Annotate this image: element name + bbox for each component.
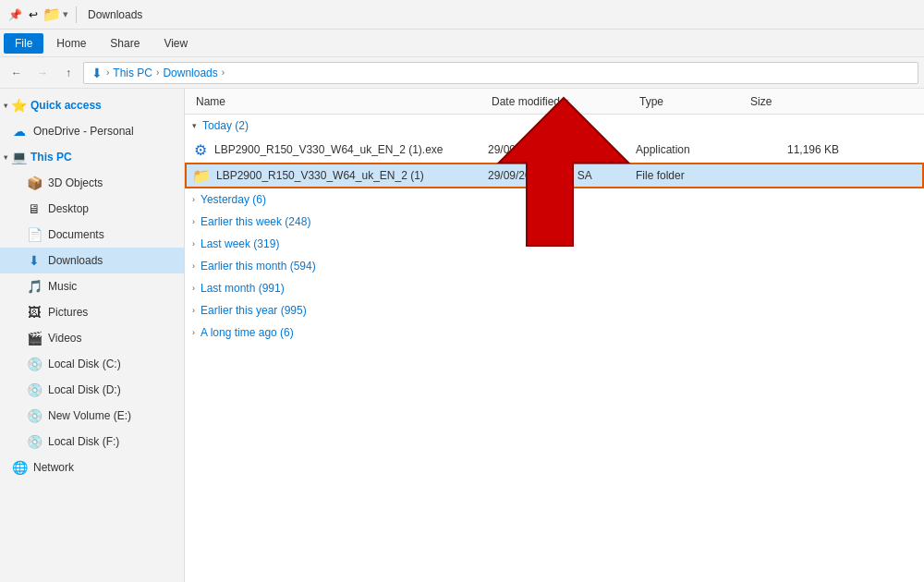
sidebar-item-this-pc[interactable]: ▾ 💻 This PC	[0, 144, 184, 170]
folder-icon[interactable]: 📁	[44, 7, 59, 22]
sidebar-item-local-disk-f[interactable]: 💿 Local Disk (F:)	[0, 429, 184, 455]
file-name-exe: ⚙ LBP2900_R150_V330_W64_uk_EN_2 (1).exe	[192, 141, 488, 159]
group-earlier-this-year[interactable]: › Earlier this year (995)	[185, 299, 924, 321]
column-header-type[interactable]: Type	[636, 95, 747, 108]
sidebar-item-pictures[interactable]: 🖼 Pictures	[0, 299, 184, 325]
exe-file-name-text: LBP2900_R150_V330_W64_uk_EN_2 (1).exe	[214, 143, 444, 156]
nav-forward-button[interactable]: →	[31, 62, 54, 84]
sidebar-item-local-disk-c[interactable]: 💿 Local Disk (C:)	[0, 351, 184, 377]
address-path[interactable]: ⬇ › This PC › Downloads ›	[83, 62, 918, 84]
sidebar-item-desktop[interactable]: 🖥 Desktop	[0, 196, 184, 222]
long-time-ago-chevron: ›	[192, 328, 195, 337]
yesterday-chevron: ›	[192, 195, 195, 204]
group-earlier-this-month[interactable]: › Earlier this month (594)	[185, 255, 924, 277]
local-disk-c-icon: 💿	[26, 357, 43, 371]
sidebar-item-onedrive[interactable]: ☁ OneDrive - Personal	[0, 118, 184, 144]
file-row-folder[interactable]: 📁 LBP2900_R150_V330_W64_uk_EN_2 (1) 29/0…	[185, 163, 924, 188]
path-sep-2: ›	[156, 67, 159, 78]
title-bar: 📌 ↩ 📁 ▾ Downloads	[0, 0, 924, 30]
desktop-icon: 🖥	[26, 201, 43, 216]
sidebar: ▾ ⭐ Quick access ☁ OneDrive - Personal ▾…	[0, 89, 185, 582]
title-bar-separator	[76, 6, 77, 23]
sidebar-item-videos[interactable]: 🎬 Videos	[0, 325, 184, 351]
sidebar-label-quick-access: Quick access	[30, 99, 102, 112]
group-last-week-label: Last week (319)	[201, 237, 279, 250]
onedrive-icon: ☁	[11, 124, 28, 139]
file-name-folder: 📁 LBP2900_R150_V330_W64_uk_EN_2 (1)	[192, 167, 488, 185]
network-icon: 🌐	[11, 460, 28, 475]
nav-up-button[interactable]: ↑	[57, 62, 79, 84]
group-yesterday[interactable]: › Yesterday (6)	[185, 188, 924, 211]
undo-icon[interactable]: ↩	[26, 7, 41, 22]
sidebar-item-new-volume-e[interactable]: 💿 New Volume (E:)	[0, 403, 184, 429]
sidebar-item-local-disk-d[interactable]: 💿 Local Disk (D:)	[0, 377, 184, 403]
group-last-month[interactable]: › Last month (991)	[185, 277, 924, 299]
menu-home[interactable]: Home	[45, 33, 97, 54]
sidebar-item-network[interactable]: 🌐 Network	[0, 455, 184, 480]
this-pc-chevron: ▾	[4, 153, 7, 162]
path-downloads[interactable]: Downloads	[163, 67, 217, 79]
group-today-label: Today (2)	[202, 119, 249, 132]
file-type-exe: Application	[636, 143, 747, 156]
sidebar-label-downloads: Downloads	[48, 254, 176, 267]
group-earlier-this-week-label: Earlier this week (248)	[201, 215, 310, 228]
sidebar-label-this-pc: This PC	[30, 151, 72, 164]
earlier-this-week-chevron: ›	[192, 217, 195, 226]
last-week-chevron: ›	[192, 239, 195, 249]
path-sep-3: ›	[222, 67, 225, 78]
group-today[interactable]: ▾ Today (2)	[185, 115, 924, 137]
earlier-this-year-chevron: ›	[192, 306, 195, 315]
sidebar-label-3d-objects: 3D Objects	[48, 176, 176, 189]
sidebar-item-music[interactable]: 🎵 Music	[0, 273, 184, 299]
group-long-time-ago[interactable]: › A long time ago (6)	[185, 321, 924, 344]
group-last-month-label: Last month (991)	[201, 282, 285, 295]
column-header-name[interactable]: Name	[192, 95, 488, 108]
sidebar-label-documents: Documents	[48, 228, 176, 241]
column-header-size[interactable]: Size	[747, 95, 839, 108]
sidebar-item-quick-access[interactable]: ▾ ⭐ Quick access	[0, 92, 184, 118]
address-bar: ← → ↑ ⬇ › This PC › Downloads ›	[0, 57, 924, 89]
title-bar-quick-access-icons[interactable]: 📌 ↩ 📁 ▾	[7, 7, 68, 22]
group-earlier-this-year-label: Earlier this year (995)	[201, 304, 307, 317]
path-download-icon: ⬇	[91, 66, 103, 80]
sidebar-label-pictures: Pictures	[48, 306, 176, 319]
today-chevron: ▾	[192, 121, 197, 130]
quick-access-star-icon: ⭐	[11, 98, 27, 113]
menu-view[interactable]: View	[152, 33, 199, 54]
group-last-week[interactable]: › Last week (319)	[185, 233, 924, 255]
group-yesterday-label: Yesterday (6)	[201, 193, 266, 206]
videos-icon: 🎬	[26, 331, 43, 346]
folder-file-name-text: LBP2900_R150_V330_W64_uk_EN_2 (1)	[216, 169, 424, 182]
pin-icon[interactable]: 📌	[7, 7, 22, 22]
menu-share[interactable]: Share	[99, 33, 151, 54]
sidebar-label-local-disk-f: Local Disk (F:)	[48, 435, 176, 448]
3d-objects-icon: 📦	[26, 176, 43, 190]
pictures-icon: 🖼	[26, 305, 43, 320]
file-date-exe: 29/09/2022 9:59 SA	[488, 143, 636, 156]
sidebar-item-3d-objects[interactable]: 📦 3D Objects	[0, 170, 184, 196]
column-headers: Name Date modified ▼ Type Size	[185, 89, 924, 115]
path-this-pc[interactable]: This PC	[113, 67, 152, 79]
sidebar-label-network: Network	[33, 461, 176, 474]
documents-icon: 📄	[26, 227, 43, 242]
nav-back-button[interactable]: ←	[6, 62, 28, 84]
downloads-icon: ⬇	[26, 253, 43, 268]
title-bar-dropdown-arrow[interactable]: ▾	[63, 8, 68, 20]
local-disk-d-icon: 💿	[26, 382, 43, 397]
music-icon: 🎵	[26, 279, 43, 294]
file-list: ▾ Today (2) ⚙ LBP2900_R150_V330_W64_uk_E…	[185, 115, 924, 344]
file-row-exe[interactable]: ⚙ LBP2900_R150_V330_W64_uk_EN_2 (1).exe …	[185, 137, 924, 163]
menu-file[interactable]: File	[4, 33, 43, 54]
path-sep-1: ›	[106, 67, 109, 78]
sidebar-label-videos: Videos	[48, 332, 176, 345]
sidebar-item-downloads[interactable]: ⬇ Downloads	[0, 248, 184, 273]
column-header-date[interactable]: Date modified ▼	[488, 95, 636, 108]
group-earlier-this-week[interactable]: › Earlier this week (248)	[185, 211, 924, 233]
sidebar-label-music: Music	[48, 280, 176, 293]
new-volume-e-icon: 💿	[26, 408, 43, 423]
earlier-this-month-chevron: ›	[192, 261, 195, 271]
sidebar-label-local-disk-d: Local Disk (D:)	[48, 383, 176, 396]
sidebar-item-documents[interactable]: 📄 Documents	[0, 222, 184, 248]
sidebar-label-onedrive: OneDrive - Personal	[33, 125, 176, 138]
this-pc-icon: 💻	[11, 150, 27, 164]
